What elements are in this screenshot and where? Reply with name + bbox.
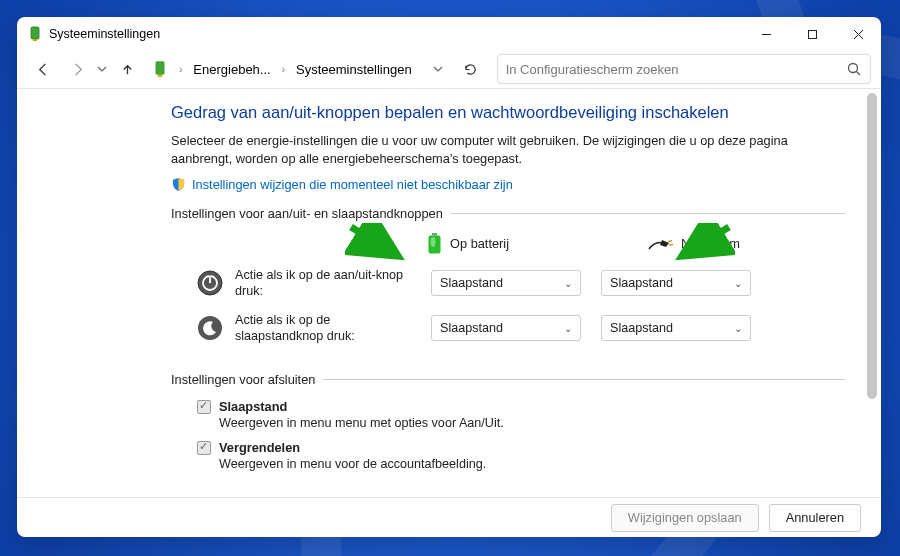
vertical-scrollbar[interactable] (865, 93, 879, 454)
settings-window: Systeeminstellingen › (17, 17, 881, 537)
breadcrumb[interactable]: › Energiebeh... › Systeeminstellingen (145, 58, 421, 81)
svg-rect-7 (156, 62, 165, 76)
group1-legend-text: Instellingen voor aan/uit- en slaapstand… (171, 206, 443, 221)
svg-rect-2 (33, 39, 37, 41)
row-sleep-button-label: Actie als ik op de slaapstandknop druk: (235, 312, 419, 345)
select-sleep-battery[interactable]: Slaapstand ⌄ (431, 315, 581, 341)
checkbox-sleep-sub: Weergeven in menu menu met opties voor A… (219, 416, 845, 430)
svg-line-15 (668, 240, 672, 242)
breadcrumb-item-systemsettings[interactable]: Systeeminstellingen (293, 58, 415, 81)
select-sleep-plugged[interactable]: Slaapstand ⌄ (601, 315, 751, 341)
group2-legend: Instellingen voor afsluiten (171, 372, 845, 387)
select-value: Slaapstand (440, 321, 503, 335)
select-value: Slaapstand (610, 276, 673, 290)
group1-legend: Instellingen voor aan/uit- en slaapstand… (171, 206, 845, 221)
plug-icon (647, 237, 673, 251)
chevron-down-icon: ⌄ (734, 278, 742, 289)
svg-rect-4 (808, 30, 816, 38)
select-power-battery[interactable]: Slaapstand ⌄ (431, 270, 581, 296)
battery-icon (427, 233, 442, 255)
power-options-icon (27, 26, 43, 42)
chevron-down-icon: ⌄ (564, 323, 572, 334)
sleep-button-icon (197, 315, 223, 341)
footer: Wijzigingen opslaan Annuleren (17, 497, 881, 537)
chevron-down-icon: ⌄ (564, 278, 572, 289)
select-value: Slaapstand (440, 276, 503, 290)
refresh-button[interactable] (455, 62, 487, 77)
checkbox-lock-sub: Weergeven in menu voor de accountafbeeld… (219, 457, 845, 471)
svg-point-14 (431, 237, 436, 247)
chevron-right-icon: › (175, 64, 186, 75)
divider (451, 213, 845, 214)
col-header-battery: Op batterij (427, 233, 577, 255)
checkbox-lock-title: Vergrendelen (219, 440, 300, 455)
cancel-button[interactable]: Annuleren (769, 504, 861, 532)
row-sleep-button: Actie als ik op de slaapstandknop druk: … (197, 312, 845, 345)
scrollbar-thumb[interactable] (867, 93, 877, 399)
col-battery-label: Op batterij (450, 236, 509, 251)
change-unavailable-link[interactable]: Instellingen wijzigen die momenteel niet… (192, 177, 513, 192)
shield-icon (171, 177, 186, 192)
up-button[interactable] (111, 53, 143, 85)
back-button[interactable] (27, 53, 59, 85)
page-title: Gedrag van aan/uit-knoppen bepalen en wa… (171, 103, 845, 122)
chevron-right-icon: › (278, 64, 289, 75)
search-input[interactable] (506, 62, 846, 77)
forward-button[interactable] (61, 53, 93, 85)
svg-line-10 (857, 72, 861, 76)
maximize-button[interactable] (789, 17, 835, 51)
svg-rect-11 (432, 233, 437, 236)
select-value: Slaapstand (610, 321, 673, 335)
save-button[interactable]: Wijzigingen opslaan (611, 504, 759, 532)
close-button[interactable] (835, 17, 881, 51)
group2-legend-text: Instellingen voor afsluiten (171, 372, 315, 387)
breadcrumb-power-icon (151, 60, 169, 78)
breadcrumb-dropdown[interactable] (423, 64, 453, 74)
page-intro: Selecteer de energie-instellingen die u … (171, 132, 845, 169)
search-box[interactable] (497, 54, 871, 84)
content-area: Gedrag van aan/uit-knoppen bepalen en wa… (17, 89, 881, 498)
svg-point-9 (849, 64, 858, 73)
recent-locations-button[interactable] (95, 53, 109, 85)
col-header-plugged: Netstroom (647, 236, 797, 251)
window-title: Systeeminstellingen (49, 27, 160, 41)
checkbox-lock[interactable] (197, 441, 211, 455)
change-unavailable-link-row: Instellingen wijzigen die momenteel niet… (171, 177, 845, 192)
select-power-plugged[interactable]: Slaapstand ⌄ (601, 270, 751, 296)
svg-line-16 (669, 244, 673, 245)
col-plugged-label: Netstroom (681, 236, 740, 251)
row-power-button: Actie als ik op de aan/uit-knop druk: Sl… (197, 267, 845, 300)
titlebar: Systeeminstellingen (17, 17, 881, 51)
svg-rect-8 (158, 75, 163, 77)
checkbox-sleep[interactable] (197, 400, 211, 414)
power-button-icon (197, 270, 223, 296)
search-icon[interactable] (846, 61, 862, 77)
minimize-button[interactable] (743, 17, 789, 51)
annotation-arrow-left (345, 223, 409, 263)
row-power-button-label: Actie als ik op de aan/uit-knop druk: (235, 267, 419, 300)
divider (323, 379, 845, 380)
breadcrumb-item-powermgmt[interactable]: Energiebeh... (190, 58, 273, 81)
svg-rect-0 (31, 27, 39, 39)
chevron-down-icon: ⌄ (734, 323, 742, 334)
checkbox-sleep-title: Slaapstand (219, 399, 287, 414)
nav-row: › Energiebeh... › Systeeminstellingen (17, 51, 881, 89)
